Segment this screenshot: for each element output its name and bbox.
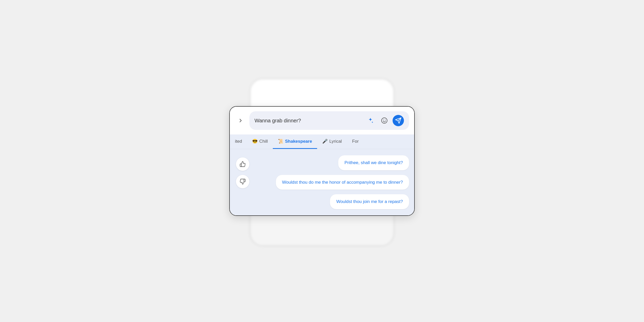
tab-excited-label: ited (235, 139, 242, 144)
suggestion-pill-1[interactable]: Prithee, shall we dine tonight? (338, 155, 409, 170)
main-card: Wanna grab dinner? (229, 106, 415, 216)
chevron-button[interactable] (235, 115, 246, 126)
svg-point-0 (382, 118, 387, 123)
feedback-sidebar (235, 155, 253, 209)
suggestion-text-1: Prithee, shall we dine tonight? (344, 160, 403, 165)
tab-formal-label: For (352, 139, 359, 144)
magic-wand-button[interactable] (365, 115, 376, 126)
chevron-right-icon (238, 118, 243, 123)
tab-formal[interactable]: For (347, 135, 359, 149)
send-icon (395, 117, 402, 124)
tab-chill-emoji: 😎 (252, 139, 258, 144)
tab-shakespeare-label: Shakespeare (285, 139, 312, 144)
tab-lyrical[interactable]: 🎤 Lyrical (317, 134, 347, 149)
input-actions (365, 115, 404, 126)
send-button[interactable] (393, 115, 404, 126)
suggestion-pill-2[interactable]: Wouldst thou do me the honor of accompan… (276, 175, 409, 190)
suggestions-area: ited 😎 Chill 📜 Shakespeare 🎤 Lyrical For (230, 134, 414, 215)
thumbs-down-icon (240, 179, 246, 185)
thumbs-up-icon (240, 161, 246, 167)
suggestion-text-2: Wouldst thou do me the honor of accompan… (282, 180, 403, 185)
tab-lyrical-label: Lyrical (329, 139, 342, 144)
tab-lyrical-emoji: 🎤 (322, 139, 328, 144)
tab-shakespeare[interactable]: 📜 Shakespeare (273, 134, 317, 149)
style-tabs: ited 😎 Chill 📜 Shakespeare 🎤 Lyrical For (230, 134, 414, 149)
tab-chill[interactable]: 😎 Chill (247, 134, 273, 149)
thumbs-up-button[interactable] (236, 157, 249, 171)
emoji-icon (381, 117, 388, 124)
svg-point-1 (383, 120, 384, 121)
suggestion-text-3: Wouldst thou join me for a repast? (336, 199, 403, 204)
emoji-button[interactable] (379, 115, 390, 126)
thumbs-down-button[interactable] (236, 175, 249, 188)
tab-excited[interactable]: ited (235, 135, 247, 149)
suggestion-pills: Prithee, shall we dine tonight? Wouldst … (253, 155, 409, 209)
tab-chill-label: Chill (259, 139, 268, 144)
suggestion-pill-3[interactable]: Wouldst thou join me for a repast? (330, 194, 409, 209)
suggestions-content: Prithee, shall we dine tonight? Wouldst … (230, 149, 414, 215)
svg-point-2 (385, 120, 386, 121)
input-text: Wanna grab dinner? (255, 118, 301, 124)
tab-shakespeare-emoji: 📜 (278, 139, 283, 144)
input-bar: Wanna grab dinner? (230, 107, 414, 134)
magic-wand-icon (367, 117, 374, 124)
message-input-field[interactable]: Wanna grab dinner? (249, 111, 409, 130)
